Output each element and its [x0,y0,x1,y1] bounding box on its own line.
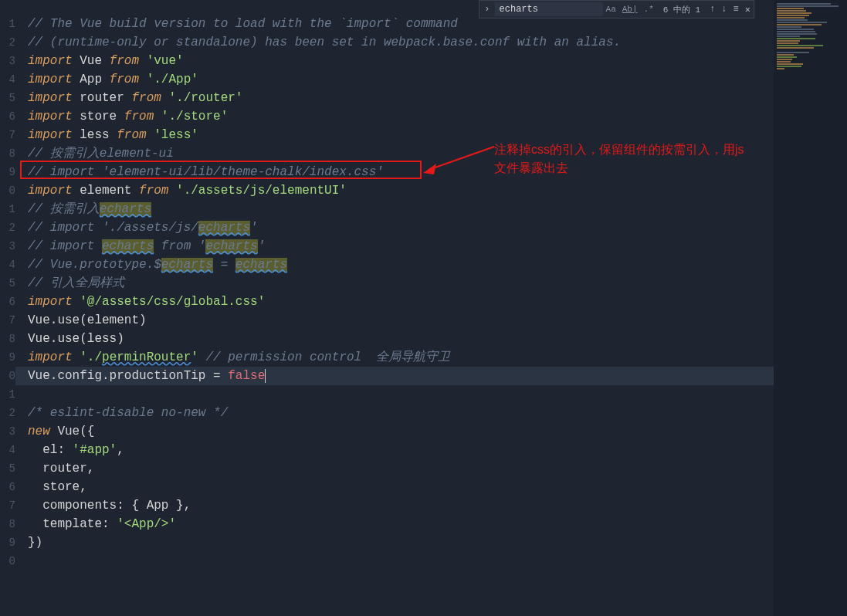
keyword: import [28,54,73,68]
find-regex[interactable]: .* [641,5,657,14]
search-match: echarts [161,258,213,272]
search-match: echarts [198,221,250,235]
search-match: echarts [235,258,287,272]
find-in-selection-icon[interactable]: ≡ [730,4,742,15]
find-match-case[interactable]: Aa [603,5,619,14]
code-editor[interactable]: 1234567890 1234567890 1234567890 // The … [0,0,847,616]
find-match-word[interactable]: Ab| [619,5,641,14]
find-next-icon[interactable]: ↓ [718,4,730,15]
find-result-count: 6 中的 1 [657,4,706,15]
find-close-icon[interactable]: ✕ [742,4,754,15]
search-match: echarts [205,239,257,253]
spell-warning: perminRouter [102,350,191,364]
code-comment: // The Vue build version to load with th… [28,17,458,31]
code-comment: // (runtime-only or standalone) has been… [28,36,621,49]
find-input[interactable] [495,2,603,16]
minimap[interactable] [774,0,847,616]
find-widget[interactable]: › Aa Ab| .* 6 中的 1 ↑ ↓ ≡ ✕ [479,0,754,19]
text-cursor [265,369,266,383]
search-match: echarts [100,202,151,216]
annotation-text: 注释掉css的引入，保留组件的按需引入，用js 文件暴露出去 [494,140,744,178]
find-prev-icon[interactable]: ↑ [706,4,718,15]
code-content[interactable]: // The Vue build version to load with th… [15,0,847,616]
find-toggle-replace[interactable]: › [479,4,494,15]
search-match: echarts [102,239,154,253]
line-gutter: 1234567890 1234567890 1234567890 [0,0,15,616]
